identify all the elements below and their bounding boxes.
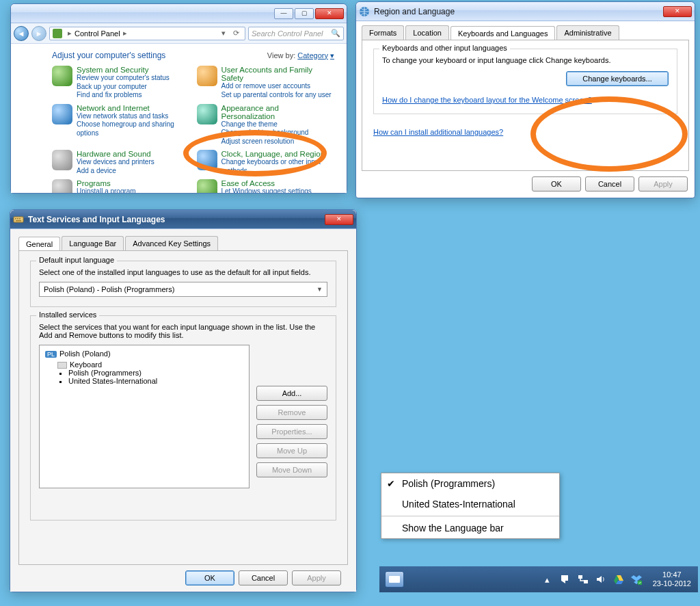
close-button[interactable]: ✕ xyxy=(663,6,692,17)
titlebar[interactable]: Region and Language ✕ xyxy=(356,2,695,21)
refresh-button[interactable]: ⟳ xyxy=(230,29,242,38)
category-title[interactable]: Hardware and Sound xyxy=(77,150,154,158)
category-sublink[interactable]: Add a device xyxy=(77,167,154,176)
category-sublink[interactable]: Back up your computer xyxy=(77,83,170,92)
clock[interactable]: 10:47 23-10-2012 xyxy=(653,570,691,588)
category-title[interactable]: Clock, Language, and Region xyxy=(221,150,335,158)
svg-rect-2 xyxy=(15,218,16,220)
category-sublink[interactable]: Change keyboards or other input methods xyxy=(221,158,335,175)
tab[interactable]: Administrative xyxy=(556,25,619,40)
apply-button[interactable]: Apply xyxy=(638,176,688,192)
maximize-button[interactable]: ▢ xyxy=(295,8,314,19)
category-title[interactable]: User Accounts and Family Safety xyxy=(221,66,335,82)
category-sublink[interactable]: Change the theme xyxy=(221,120,335,129)
region-language-dialog: Region and Language ✕ FormatsLocationKey… xyxy=(355,1,695,198)
cp-category: Appearance and PersonalizationChange the… xyxy=(197,104,335,146)
svg-rect-1 xyxy=(14,217,23,222)
language-switch-popup: ✔Polish (Programmers)United States-Inter… xyxy=(381,473,560,539)
minimize-button[interactable]: — xyxy=(274,8,293,19)
apply-button[interactable]: Apply xyxy=(292,570,341,585)
view-by-value[interactable]: Category xyxy=(297,51,328,60)
cancel-button[interactable]: Cancel xyxy=(585,176,634,192)
fieldset-legend: Installed services xyxy=(36,311,99,319)
category-title[interactable]: Ease of Access xyxy=(221,179,312,187)
category-sublink[interactable]: Review your computer's status xyxy=(77,74,170,83)
install-languages-link[interactable]: How can I install additional languages? xyxy=(373,128,503,136)
dialog-title: Text Services and Input Languages xyxy=(28,215,325,224)
breadcrumb-dropdown[interactable]: ▾ xyxy=(217,29,230,38)
category-sublink[interactable]: Choose homegroup and sharing options xyxy=(77,120,190,137)
globe-icon xyxy=(359,6,370,17)
language-option[interactable]: United States-International xyxy=(381,494,559,514)
change-keyboards-button[interactable]: Change keyboards... xyxy=(566,71,669,86)
welcome-screen-link[interactable]: How do I change the keyboard layout for … xyxy=(382,96,592,104)
back-button[interactable]: ◄ xyxy=(14,26,29,41)
dropbox-icon[interactable] xyxy=(631,574,642,585)
ok-button[interactable]: OK xyxy=(532,176,581,192)
language-badge: PL xyxy=(45,351,57,358)
groupbox-legend: Keyboards and other input languages xyxy=(379,44,510,52)
category-sublink[interactable]: Set up parental controls for any user xyxy=(221,91,335,100)
tab[interactable]: Location xyxy=(405,25,449,40)
category-title[interactable]: Appearance and Personalization xyxy=(221,104,335,120)
category-title[interactable]: Programs xyxy=(77,179,136,187)
volume-icon[interactable] xyxy=(595,574,606,585)
breadcrumb-bar[interactable]: ▸ Control Panel ▸ ▾ ⟳ xyxy=(49,27,245,40)
google-drive-icon[interactable] xyxy=(613,574,624,585)
fieldset-desc: Select one of the installed input langua… xyxy=(39,268,327,276)
category-sublink[interactable]: Find and fix problems xyxy=(77,91,170,100)
category-title[interactable]: Network and Internet xyxy=(77,104,190,112)
keyboard-layout-item[interactable]: Polish (Programmers) xyxy=(68,369,243,377)
view-by-dropdown[interactable]: ▾ xyxy=(330,51,334,60)
cp-category: ProgramsUninstall a program xyxy=(52,179,190,193)
category-icon xyxy=(52,150,72,170)
tab[interactable]: Keyboards and Languages xyxy=(450,26,556,40)
move-up-button[interactable]: Move Up xyxy=(256,443,327,458)
ime-button[interactable] xyxy=(385,571,404,588)
move-down-button[interactable]: Move Down xyxy=(256,462,327,477)
category-sublink[interactable]: View network status and tasks xyxy=(77,112,190,121)
svg-rect-4 xyxy=(19,218,21,220)
language-name: Polish (Poland) xyxy=(59,350,111,358)
properties-button[interactable]: Properties... xyxy=(256,424,327,439)
clock-time: 10:47 xyxy=(653,570,691,579)
search-icon: 🔍 xyxy=(331,29,340,38)
installed-services-list[interactable]: PLPolish (Poland) Keyboard Polish (Progr… xyxy=(39,345,250,488)
language-option[interactable]: ✔Polish (Programmers) xyxy=(381,473,559,494)
category-sublink[interactable]: Change desktop background xyxy=(221,129,335,137)
category-sublink[interactable]: Let Windows suggest settings xyxy=(221,187,312,193)
close-button[interactable]: ✕ xyxy=(315,8,344,19)
default-language-combo[interactable]: Polish (Poland) - Polish (Programmers)▼ xyxy=(39,282,327,297)
titlebar[interactable]: — ▢ ✕ xyxy=(11,4,347,23)
category-sublink[interactable]: Uninstall a program xyxy=(77,187,136,193)
search-input[interactable]: Search Control Panel 🔍 xyxy=(248,27,344,40)
category-sublink[interactable]: Add or remove user accounts xyxy=(221,82,335,91)
close-button[interactable]: ✕ xyxy=(325,214,353,225)
fieldset-legend: Default input language xyxy=(36,256,117,264)
ok-button[interactable]: OK xyxy=(185,570,234,585)
fieldset-desc: Select the services that you want for ea… xyxy=(39,323,327,339)
control-panel-icon xyxy=(53,29,62,38)
action-center-icon[interactable] xyxy=(560,574,571,585)
show-hidden-icons[interactable]: ▴ xyxy=(542,574,553,585)
forward-button[interactable]: ► xyxy=(31,26,46,41)
tab[interactable]: Language Bar xyxy=(62,236,124,250)
svg-rect-6 xyxy=(578,575,582,579)
network-icon[interactable] xyxy=(578,574,589,585)
tab[interactable]: General xyxy=(18,237,60,251)
tab[interactable]: Formats xyxy=(362,25,404,40)
tab[interactable]: Advanced Key Settings xyxy=(125,236,218,250)
keyboard-layout-item[interactable]: United States-International xyxy=(68,377,243,385)
cp-category: Ease of AccessLet Windows suggest settin… xyxy=(197,179,335,193)
category-sublink[interactable]: View devices and printers xyxy=(77,158,154,167)
cancel-button[interactable]: Cancel xyxy=(239,570,288,585)
svg-rect-5 xyxy=(16,220,21,222)
category-sublink[interactable]: Adjust screen resolution xyxy=(221,137,335,146)
titlebar[interactable]: Text Services and Input Languages ✕ xyxy=(10,210,356,229)
view-by: View by: Category ▾ xyxy=(267,51,334,60)
category-title[interactable]: System and Security xyxy=(77,66,170,74)
remove-button[interactable]: Remove xyxy=(256,405,327,420)
add-button[interactable]: Add... xyxy=(256,386,327,401)
breadcrumb-root[interactable]: Control Panel xyxy=(75,29,120,38)
show-language-bar-item[interactable]: Show the Language bar xyxy=(381,518,559,538)
